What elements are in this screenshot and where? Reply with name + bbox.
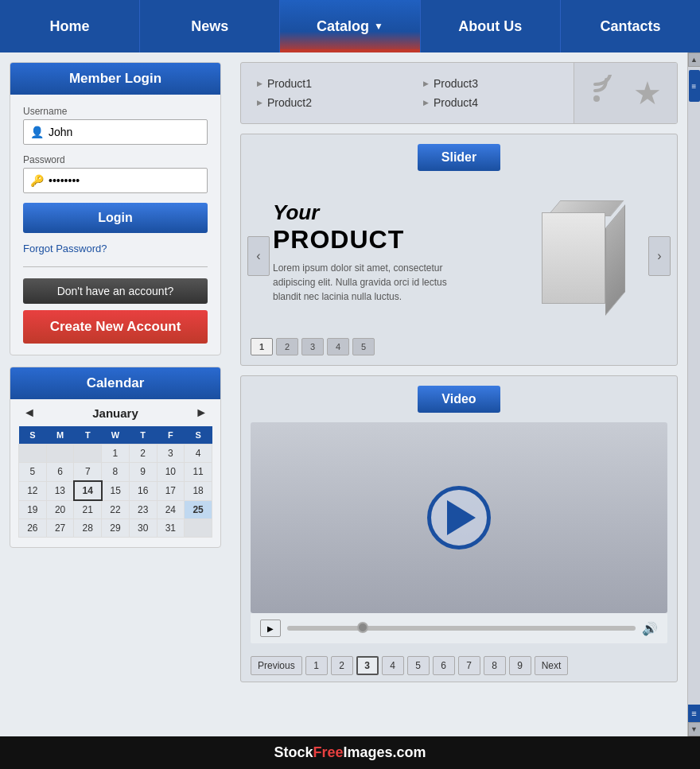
create-account-button[interactable]: Create New Account	[23, 310, 208, 344]
dropdown-product4[interactable]: Product4	[423, 93, 558, 112]
dropdown-product1[interactable]: Product1	[257, 74, 391, 93]
cal-cell[interactable]: 22	[102, 500, 130, 519]
pagination-page-7[interactable]: 7	[458, 656, 480, 675]
cal-cell[interactable]: 6	[46, 463, 74, 482]
nav-about[interactable]: About Us	[421, 0, 561, 52]
slider-dot-1[interactable]: 1	[251, 338, 273, 355]
cal-cell[interactable]: 31	[157, 519, 185, 538]
video-progress-bar[interactable]	[287, 626, 636, 631]
cal-cell[interactable]: 26	[19, 519, 47, 538]
scrollbar-thumb-icon: ≡	[692, 82, 697, 91]
username-label: Username	[23, 106, 208, 117]
slider-header: Slider	[241, 134, 677, 181]
calendar-prev-button[interactable]: ◄	[23, 406, 36, 420]
nav-contacts[interactable]: Cantacts	[561, 0, 700, 52]
password-input[interactable]	[49, 174, 200, 187]
username-input-wrap[interactable]: 👤	[23, 119, 208, 145]
username-input[interactable]	[49, 126, 200, 138]
cal-cell[interactable]: 21	[74, 500, 102, 519]
slider-dot-3[interactable]: 3	[301, 338, 324, 355]
pagination-page-8[interactable]: 8	[484, 656, 506, 675]
password-label: Password	[23, 154, 208, 165]
calendar-next-button[interactable]: ►	[195, 406, 208, 420]
cal-cell[interactable]: 10	[157, 463, 185, 482]
slider-next-button[interactable]: ›	[648, 236, 671, 276]
pagination-next-button[interactable]: Next	[535, 656, 569, 675]
login-button[interactable]: Login	[23, 203, 208, 233]
pagination-prev-button[interactable]: Previous	[251, 656, 302, 675]
cal-cell[interactable]: 11	[185, 463, 212, 482]
scrollbar-menu-button[interactable]: ≡	[688, 705, 701, 722]
rss-icon[interactable]	[590, 75, 620, 112]
slider-dot-5[interactable]: 5	[352, 338, 375, 355]
scrollbar-up-button[interactable]: ▲	[688, 52, 701, 67]
slider-prev-button[interactable]: ‹	[247, 236, 270, 276]
cal-cell[interactable]: 17	[157, 481, 185, 500]
cal-cell[interactable]	[185, 519, 212, 538]
video-progress-thumb[interactable]	[357, 622, 368, 633]
pagination-page-2[interactable]: 2	[331, 656, 353, 675]
cal-cell[interactable]: 2	[129, 445, 157, 463]
dropdown-col-2: Product3 Product4	[407, 63, 574, 123]
slider-content: ‹ Your PRODUCT Lorem ipsum dolor sit ame…	[241, 181, 677, 332]
slider-dot-2[interactable]: 2	[276, 338, 298, 355]
video-play-button[interactable]: ▶	[260, 619, 281, 637]
pagination-page-1[interactable]: 1	[305, 656, 328, 675]
cal-cell[interactable]: 15	[102, 481, 130, 500]
nav-news[interactable]: News	[140, 0, 280, 52]
cal-cell[interactable]: 13	[46, 481, 74, 500]
pagination-page-5[interactable]: 5	[407, 656, 430, 675]
slider-section: Slider ‹ Your PRODUCT Lorem ipsum dolor …	[240, 134, 678, 366]
cal-cell[interactable]: 19	[19, 500, 47, 519]
cal-cell[interactable]: 18	[185, 481, 212, 500]
volume-icon[interactable]: 🔊	[642, 621, 658, 636]
icon-box: ★	[574, 63, 677, 123]
cal-day-w: W	[102, 426, 130, 445]
login-header: Member Login	[10, 63, 220, 95]
cal-cell[interactable]: 27	[46, 519, 74, 538]
cal-cell[interactable]: 3	[157, 445, 185, 463]
cal-cell[interactable]: 7	[74, 463, 102, 482]
cal-cell[interactable]: 4	[185, 445, 212, 463]
dropdown-product3[interactable]: Product3	[423, 74, 558, 93]
cal-cell[interactable]	[19, 445, 47, 463]
cal-day-t2: T	[129, 426, 157, 445]
cal-cell[interactable]: 5	[19, 463, 47, 482]
cal-cell-highlight[interactable]: 25	[185, 500, 212, 519]
cal-cell[interactable]	[46, 445, 74, 463]
pagination-page-9[interactable]: 9	[509, 656, 531, 675]
cal-cell-today[interactable]: 14	[74, 481, 102, 500]
slider-dot-4[interactable]: 4	[327, 338, 349, 355]
cal-cell[interactable]: 12	[19, 481, 47, 500]
dropdown-col-1: Product1 Product2	[241, 63, 407, 123]
cal-cell[interactable]: 30	[129, 519, 157, 538]
forgot-password-link[interactable]: Forgot Password?	[23, 243, 107, 254]
pagination-page-6[interactable]: 6	[433, 656, 455, 675]
main-layout: Member Login Username 👤 Password 🔑 Login…	[0, 52, 700, 736]
cal-cell[interactable]: 1	[102, 445, 130, 463]
cal-cell[interactable]: 24	[157, 500, 185, 519]
watermark-text: StockFreeImages.com	[274, 744, 426, 760]
cal-cell[interactable]: 20	[46, 500, 74, 519]
cal-cell[interactable]: 29	[102, 519, 130, 538]
cal-cell[interactable]: 16	[129, 481, 157, 500]
cal-cell[interactable]: 28	[74, 519, 102, 538]
nav-catalog[interactable]: Catalog ▼	[280, 0, 420, 52]
star-icon[interactable]: ★	[633, 75, 662, 111]
key-icon: 🔑	[30, 174, 44, 187]
login-body: Username 👤 Password 🔑 Login Forgot Passw…	[10, 95, 220, 355]
scrollbar-down-button[interactable]: ▼	[688, 722, 701, 736]
cal-cell[interactable]: 8	[102, 463, 130, 482]
play-button[interactable]	[427, 486, 491, 550]
cal-cell[interactable]: 9	[129, 463, 157, 482]
cal-cell[interactable]	[74, 445, 102, 463]
watermark-images: Images.com	[344, 744, 426, 760]
cal-cell[interactable]: 23	[129, 500, 157, 519]
password-input-wrap[interactable]: 🔑	[23, 168, 208, 193]
pagination-page-4[interactable]: 4	[382, 656, 404, 675]
dropdown-product2[interactable]: Product2	[257, 93, 391, 112]
pagination-page-3-active[interactable]: 3	[356, 656, 379, 675]
scrollbar-thumb[interactable]: ≡	[689, 70, 700, 102]
video-badge: Video	[418, 386, 500, 413]
nav-home[interactable]: Home	[0, 0, 140, 52]
